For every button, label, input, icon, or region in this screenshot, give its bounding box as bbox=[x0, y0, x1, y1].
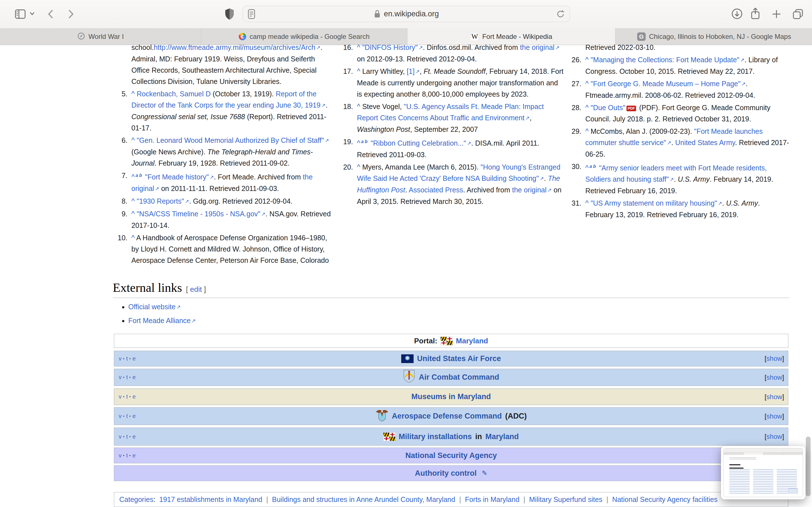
navbox-title-link[interactable]: Aerospace Defense Command bbox=[392, 412, 502, 420]
navbox-title-link[interactable]: United States Air Force bbox=[417, 354, 501, 363]
vte-e-link[interactable]: e bbox=[133, 393, 136, 400]
jump-up-link-b[interactable]: b bbox=[139, 173, 142, 178]
vte-v-link[interactable]: v bbox=[119, 452, 121, 459]
jump-up-link[interactable]: ^ bbox=[357, 67, 360, 75]
chevron-down-icon[interactable] bbox=[29, 11, 35, 16]
ref-external-link[interactable]: "US Army statement on military housing"↗ bbox=[591, 199, 722, 207]
show-link[interactable]: show bbox=[766, 393, 782, 400]
category-link-2[interactable]: Forts in Maryland bbox=[465, 496, 519, 503]
jump-up-link[interactable]: ^ bbox=[357, 43, 360, 51]
navbox-title-link[interactable]: Air Combat Command bbox=[419, 373, 499, 382]
external-link-1[interactable]: Fort Meade Alliance↗ bbox=[128, 317, 196, 325]
shield-icon[interactable] bbox=[224, 7, 235, 21]
edit-link[interactable]: edit bbox=[190, 285, 202, 293]
vte-v-link[interactable]: v bbox=[119, 355, 121, 362]
jump-up-link[interactable]: ^ bbox=[585, 127, 589, 135]
navbox-title: Air Combat Command bbox=[156, 370, 746, 385]
ref-external-link[interactable]: "NSA/CSS Timeline - 1950s - NSA.gov"↗ bbox=[137, 210, 266, 218]
portal-maryland-link[interactable]: Maryland bbox=[456, 337, 488, 345]
vte-e-link[interactable]: e bbox=[133, 413, 136, 419]
navbox-title-link[interactable]: Museums in Maryland bbox=[411, 392, 491, 401]
address-bar[interactable]: en.wikipedia.org bbox=[243, 6, 570, 22]
vte-e-link[interactable]: e bbox=[133, 434, 136, 440]
show-link[interactable]: show bbox=[766, 433, 782, 440]
google-maps-g-icon: G bbox=[637, 33, 646, 41]
vte-v-link[interactable]: v bbox=[119, 434, 121, 440]
back-icon[interactable] bbox=[47, 7, 55, 21]
jump-up-link[interactable]: ^ bbox=[132, 90, 135, 98]
ref-external-link[interactable]: [1]↗ bbox=[407, 67, 420, 75]
vte-v-link[interactable]: v bbox=[119, 374, 121, 380]
vte-t-link[interactable]: t bbox=[126, 452, 128, 459]
jump-up-link[interactable]: ^ bbox=[585, 164, 589, 172]
scrollbar-thumb[interactable] bbox=[806, 437, 811, 496]
show-link[interactable]: show bbox=[766, 412, 782, 420]
jump-up-link[interactable]: ^ bbox=[585, 104, 589, 112]
vte-t-link[interactable]: t bbox=[126, 374, 128, 380]
jump-up-link-a[interactable]: a bbox=[136, 173, 138, 178]
category-link-4[interactable]: National Security Agency facilities bbox=[612, 496, 718, 503]
reload-icon[interactable] bbox=[556, 9, 565, 19]
jump-up-link[interactable]: ^ bbox=[585, 56, 589, 64]
share-icon[interactable] bbox=[749, 7, 762, 21]
ref-link[interactable]: United States Army bbox=[675, 138, 735, 147]
category-link-1[interactable]: Buildings and structures in Anne Arundel… bbox=[272, 496, 455, 503]
vte-t-link[interactable]: t bbox=[126, 393, 128, 400]
screenshot-preview-thumbnail[interactable] bbox=[721, 446, 806, 499]
ref-external-link[interactable]: "Fort Meade history"↗ bbox=[145, 173, 214, 181]
jump-up-link[interactable]: ^ bbox=[132, 197, 135, 205]
ref-external-link[interactable]: "Ribbon Cutting Celebration..."↗ bbox=[370, 139, 471, 147]
external-link-0[interactable]: Official website↗ bbox=[128, 303, 181, 311]
show-link[interactable]: show bbox=[766, 355, 782, 362]
ref-link[interactable]: Rockenbach, Samuel D bbox=[137, 90, 211, 98]
vte-separator: · bbox=[123, 355, 125, 362]
category-link-3[interactable]: Military Superfund sites bbox=[529, 496, 603, 503]
download-icon[interactable] bbox=[730, 7, 744, 20]
jump-up-link-a[interactable]: a bbox=[590, 164, 592, 169]
show-link[interactable]: show bbox=[766, 374, 782, 381]
jump-up-link[interactable]: ^ bbox=[132, 234, 135, 242]
jump-up-link[interactable]: ^ bbox=[357, 139, 360, 147]
jump-up-link-b[interactable]: b bbox=[593, 164, 596, 169]
sidebar-icon[interactable] bbox=[13, 7, 27, 21]
jump-up-link-a[interactable]: a bbox=[361, 139, 364, 144]
navbox-title-link[interactable]: National Security Agency bbox=[405, 451, 497, 460]
jump-up-link[interactable]: ^ bbox=[132, 210, 135, 218]
ref-link[interactable]: Associated Press bbox=[409, 186, 463, 194]
forward-icon[interactable] bbox=[66, 7, 75, 21]
ref-link[interactable]: "Due Outs" bbox=[591, 104, 625, 112]
vte-v-link[interactable]: v bbox=[119, 413, 121, 419]
vte-t-link[interactable]: t bbox=[126, 434, 128, 440]
jump-up-link[interactable]: ^ bbox=[585, 199, 589, 207]
edit-pencil-icon[interactable]: ✎ bbox=[481, 469, 487, 477]
jump-up-link[interactable]: ^ bbox=[357, 163, 360, 171]
ref-external-link[interactable]: "Gen. Leonard Wood Memorial Authorized B… bbox=[137, 136, 329, 144]
vte-e-link[interactable]: e bbox=[133, 452, 136, 459]
vte-e-link[interactable]: e bbox=[133, 374, 136, 380]
jump-up-link[interactable]: ^ bbox=[585, 80, 589, 88]
jump-up-link[interactable]: ^ bbox=[357, 103, 360, 110]
navbox-title-link[interactable]: Authority control bbox=[415, 469, 476, 478]
navbox-title-link[interactable]: Military installations bbox=[399, 432, 472, 441]
ref-external-link[interactable]: "DINFOS History"↗ bbox=[362, 43, 423, 51]
ref-external-link[interactable]: the original↗ bbox=[520, 43, 559, 51]
ref-text: Myers, Amanda Lee (March 6, 2015). bbox=[360, 163, 481, 171]
jump-up-link[interactable]: ^ bbox=[132, 173, 135, 181]
ref-text: on 2012-09-13. Retrieved 2012-09-04. bbox=[357, 55, 477, 63]
tab-overview-icon[interactable] bbox=[791, 7, 805, 21]
jump-up-link-b[interactable]: b bbox=[365, 139, 368, 144]
vte-t-link[interactable]: t bbox=[126, 355, 128, 362]
vte-t-link[interactable]: t bbox=[126, 413, 128, 419]
category-link-0[interactable]: 1917 establishments in Maryland bbox=[159, 496, 262, 503]
vte-v-link[interactable]: v bbox=[119, 393, 121, 400]
ref-external-link[interactable]: "1930 Reports"↗ bbox=[137, 197, 189, 205]
ref-external-link[interactable]: the original↗ bbox=[512, 186, 552, 194]
new-tab-icon[interactable] bbox=[771, 8, 782, 20]
ref-external-link[interactable]: "Managing the Collections: Fort Meade Up… bbox=[591, 56, 745, 64]
categories-link[interactable]: Categories bbox=[119, 496, 153, 503]
navbox-title-link[interactable]: Maryland bbox=[486, 432, 519, 441]
ref-external-link[interactable]: http://www.ftmeade.army.mil/museum/archi… bbox=[154, 43, 320, 51]
jump-up-link[interactable]: ^ bbox=[132, 136, 135, 144]
vte-e-link[interactable]: e bbox=[133, 355, 136, 362]
ref-external-link[interactable]: "Fort George G. Meade Museum – Home Page… bbox=[591, 80, 746, 88]
